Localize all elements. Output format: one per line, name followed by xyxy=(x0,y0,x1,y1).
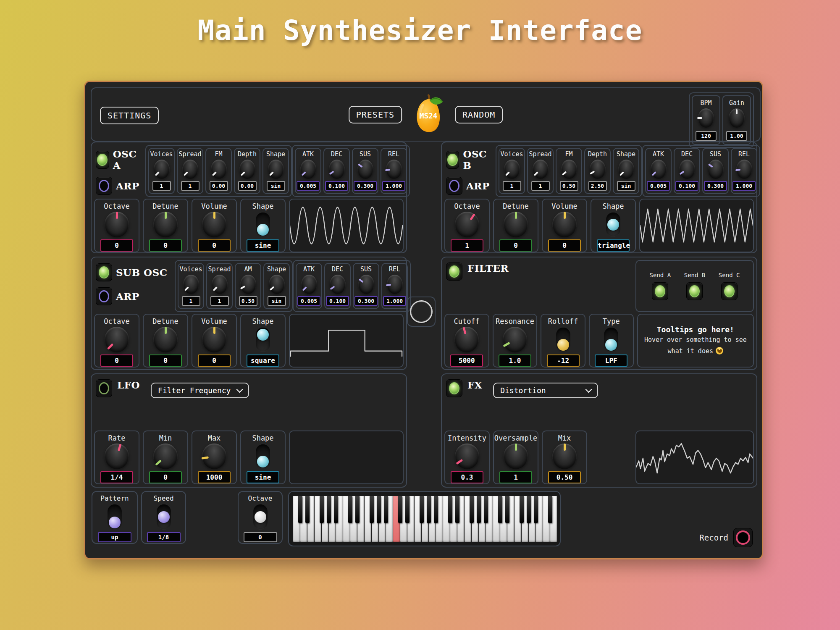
osc-b-detune[interactable]: Detune0 xyxy=(493,199,538,252)
sub-osc-arp-led[interactable] xyxy=(96,287,112,305)
sub-osc-enable-led[interactable] xyxy=(96,263,112,281)
bpm-knob[interactable] xyxy=(698,108,714,128)
osc-a-sustain[interactable]: SUS0.300 xyxy=(352,148,378,194)
intensity-knob[interactable] xyxy=(455,444,479,469)
filter-rolloff[interactable]: Rolloff-12 xyxy=(541,314,585,368)
piano-black-key[interactable] xyxy=(505,496,509,523)
osc-a-spread[interactable]: Spread1 xyxy=(177,148,203,194)
depth-knob[interactable] xyxy=(239,160,255,179)
send-a-led[interactable] xyxy=(652,282,668,300)
osc-a-shape[interactable]: Shapesine xyxy=(240,199,286,252)
filter-resonance[interactable]: Resonance1.0 xyxy=(493,314,538,368)
filter-type-toggle[interactable] xyxy=(604,328,618,352)
rolloff-toggle[interactable] xyxy=(556,328,570,352)
shape-toggle[interactable] xyxy=(606,213,620,237)
sub-volume[interactable]: Volume0 xyxy=(192,314,237,368)
macro-circle-button[interactable] xyxy=(410,300,433,323)
octave-toggle[interactable] xyxy=(253,504,268,530)
fm-knob[interactable] xyxy=(211,160,227,179)
osc-b-decay[interactable]: DEC0.100 xyxy=(674,148,700,194)
osc-b-volume[interactable]: Volume0 xyxy=(542,199,587,252)
piano-black-key[interactable] xyxy=(548,496,552,523)
filter-enable-led[interactable] xyxy=(446,262,462,281)
decay-knob[interactable] xyxy=(679,160,695,179)
volume-knob[interactable] xyxy=(202,212,226,237)
piano-black-key[interactable] xyxy=(427,496,431,523)
piano-black-key[interactable] xyxy=(484,496,488,523)
detune-knob[interactable] xyxy=(153,327,178,352)
depth-knob[interactable] xyxy=(590,160,606,179)
osc-a-decay[interactable]: DEC0.100 xyxy=(323,148,350,194)
piano-black-key[interactable] xyxy=(405,496,410,523)
fx-oversample[interactable]: Oversample1 xyxy=(493,430,538,484)
sub-decay[interactable]: DEC0.100 xyxy=(324,263,351,309)
piano-black-key[interactable] xyxy=(377,496,381,523)
voices-knob[interactable] xyxy=(154,160,170,179)
lfo-enable-led[interactable] xyxy=(96,379,112,397)
sustain-knob[interactable] xyxy=(357,160,373,179)
pattern-toggle[interactable] xyxy=(108,504,122,530)
send-c-led[interactable] xyxy=(721,282,738,300)
osc-a-detune[interactable]: Detune0 xyxy=(143,199,188,252)
keyboard-octave-cell[interactable]: Octave 0 xyxy=(238,491,283,544)
osc-a-attack[interactable]: ATK0.005 xyxy=(295,148,321,194)
voices-knob[interactable] xyxy=(504,160,520,179)
decay-knob[interactable] xyxy=(330,275,346,294)
lfo-min[interactable]: Min0 xyxy=(143,430,188,484)
piano-black-key[interactable] xyxy=(305,496,310,523)
shape-knob[interactable] xyxy=(268,160,284,179)
osc-b-enable-led[interactable] xyxy=(446,151,459,169)
osc-a-octave[interactable]: Octave0 xyxy=(94,199,139,252)
osc-b-arp-led[interactable] xyxy=(446,177,462,195)
send-b-led[interactable] xyxy=(686,282,703,300)
sub-detune[interactable]: Detune0 xyxy=(143,314,188,368)
osc-a-mod-shape[interactable]: Shapesin xyxy=(262,148,289,194)
piano-black-key[interactable] xyxy=(384,496,388,523)
piano-black-key[interactable] xyxy=(334,496,338,523)
piano-black-key[interactable] xyxy=(448,496,452,523)
fx-mix[interactable]: Mix0.50 xyxy=(542,430,587,484)
decay-knob[interactable] xyxy=(329,160,345,179)
bpm-control[interactable]: BPM 120 xyxy=(692,95,720,145)
piano-black-key[interactable] xyxy=(420,496,424,523)
sustain-knob[interactable] xyxy=(358,275,374,294)
osc-a-volume[interactable]: Volume0 xyxy=(192,199,237,252)
osc-a-depth[interactable]: Depth0.00 xyxy=(234,148,260,194)
arp-speed-cell[interactable]: Speed 1/8 xyxy=(141,491,186,544)
volume-knob[interactable] xyxy=(202,327,226,352)
gain-control[interactable]: Gain 1.00 xyxy=(722,95,751,145)
cutoff-knob[interactable] xyxy=(454,327,479,352)
attack-knob[interactable] xyxy=(651,160,667,179)
octave-knob[interactable] xyxy=(455,212,479,237)
shape-knob[interactable] xyxy=(269,275,285,294)
osc-a-arp-led[interactable] xyxy=(96,177,112,195)
attack-knob[interactable] xyxy=(300,160,316,179)
spread-knob[interactable] xyxy=(533,160,549,179)
piano-black-key[interactable] xyxy=(534,496,538,523)
spread-knob[interactable] xyxy=(212,275,228,294)
piano-black-key[interactable] xyxy=(527,496,531,523)
fm-knob[interactable] xyxy=(561,160,577,179)
sub-octave[interactable]: Octave0 xyxy=(94,314,139,368)
sub-release[interactable]: REL1.000 xyxy=(381,263,408,309)
filter-cutoff[interactable]: Cutoff5000 xyxy=(444,314,489,368)
shape-toggle[interactable] xyxy=(256,213,270,237)
speed-toggle[interactable] xyxy=(157,504,171,530)
fx-intensity[interactable]: Intensity0.3 xyxy=(444,430,490,484)
shape-toggle[interactable] xyxy=(256,444,270,469)
release-knob[interactable] xyxy=(736,160,752,179)
osc-b-attack[interactable]: ATK0.005 xyxy=(645,148,672,194)
osc-b-release[interactable]: REL1.000 xyxy=(731,148,757,194)
piano-black-key[interactable] xyxy=(348,496,352,523)
osc-b-spread[interactable]: Spread1 xyxy=(527,148,554,194)
piano-black-key[interactable] xyxy=(327,496,331,523)
piano-black-key[interactable] xyxy=(455,496,459,523)
piano-black-key[interactable] xyxy=(498,496,502,523)
piano-black-key[interactable] xyxy=(320,496,324,523)
gain-knob[interactable] xyxy=(729,108,745,128)
piano-black-key[interactable] xyxy=(434,496,438,523)
rate-knob[interactable] xyxy=(105,444,129,469)
sub-voices[interactable]: Voices1 xyxy=(178,263,204,309)
attack-knob[interactable] xyxy=(301,275,317,294)
osc-a-voices[interactable]: Voices1 xyxy=(148,148,175,194)
